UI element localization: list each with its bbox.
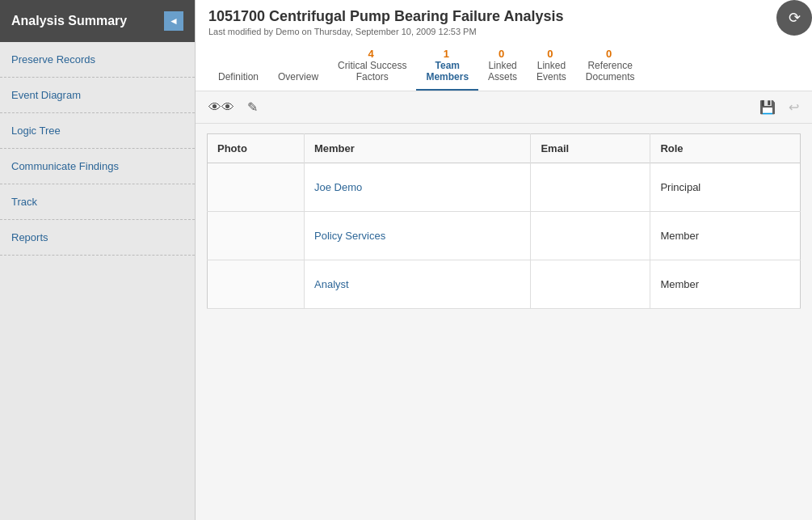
binoculars-button[interactable]: 👁👁 xyxy=(205,98,238,116)
page-subtitle: Last modified by Demo on Thursday, Septe… xyxy=(208,27,799,36)
tab-label-critical-success-factors: Critical Success xyxy=(338,60,406,71)
page-header: 1051700 Centrifugal Pump Bearing Failure… xyxy=(196,0,812,91)
main-content: 1051700 Centrifugal Pump Bearing Failure… xyxy=(196,0,812,520)
tab-badge-reference-documents: 0 xyxy=(606,48,612,60)
sidebar-item-logic-tree[interactable]: Logic Tree xyxy=(0,113,195,149)
cell-role-0: Principal xyxy=(650,163,801,212)
tab-badge-team-members: 1 xyxy=(444,48,449,60)
toolbar-right: 💾 ↩ xyxy=(756,98,802,116)
sidebar-collapse-button[interactable]: ◄ xyxy=(164,11,183,31)
table-row: AnalystMember xyxy=(208,260,801,309)
tab-label-definition: Definition xyxy=(218,71,259,82)
cell-email-0 xyxy=(531,163,650,212)
sidebar-item-event-diagram[interactable]: Event Diagram xyxy=(0,78,195,113)
table-header-row: PhotoMemberEmailRole xyxy=(208,134,801,163)
tab-critical-success-factors[interactable]: 4Critical SuccessFactors xyxy=(328,43,416,91)
column-header-photo: Photo xyxy=(208,134,305,163)
column-header-member: Member xyxy=(305,134,531,163)
tab-label-linked-assets: Assets xyxy=(488,71,517,82)
sidebar-nav: Preserve RecordsEvent DiagramLogic TreeC… xyxy=(0,42,195,256)
tab-linked-assets[interactable]: 0LinkedAssets xyxy=(478,43,527,91)
tab-badge-critical-success-factors: 4 xyxy=(368,48,374,60)
sidebar: Analysis Summary ◄ Preserve RecordsEvent… xyxy=(0,0,196,520)
sidebar-header: Analysis Summary ◄ xyxy=(0,0,195,42)
tab-label-reference-documents: Reference xyxy=(586,60,635,71)
column-header-role: Role xyxy=(650,134,801,163)
tab-label-linked-events: Events xyxy=(536,71,566,82)
sidebar-item-track[interactable]: Track xyxy=(0,184,195,220)
cell-member-2[interactable]: Analyst xyxy=(305,260,531,309)
tab-label-overview: Overview xyxy=(278,71,318,82)
cell-role-2: Member xyxy=(650,260,801,309)
toolbar: 👁👁 ✎ 💾 ↩ xyxy=(196,91,812,124)
table-row: Joe DemoPrincipal xyxy=(208,163,801,212)
cell-photo-2 xyxy=(208,260,305,309)
tab-team-members[interactable]: 1TeamMembers xyxy=(416,43,478,91)
tab-linked-events[interactable]: 0LinkedEvents xyxy=(527,43,576,91)
tab-label-team-members: Team xyxy=(426,60,469,71)
table-row: Policy ServicesMember xyxy=(208,212,801,260)
team-members-table-container: PhotoMemberEmailRole Joe DemoPrincipalPo… xyxy=(196,124,812,520)
column-header-email: Email xyxy=(531,134,650,163)
page-title: 1051700 Centrifugal Pump Bearing Failure… xyxy=(208,8,799,25)
tab-label-linked-events: Linked xyxy=(536,60,566,71)
cell-member-0[interactable]: Joe Demo xyxy=(305,163,531,212)
tab-label-reference-documents: Documents xyxy=(586,71,635,82)
save-button[interactable]: 💾 xyxy=(756,98,779,116)
sidebar-item-reports[interactable]: Reports xyxy=(0,220,195,256)
cell-email-2 xyxy=(531,260,650,309)
cell-member-1[interactable]: Policy Services xyxy=(305,212,531,260)
cell-photo-1 xyxy=(208,212,305,260)
tab-badge-linked-events: 0 xyxy=(547,48,553,60)
cell-email-1 xyxy=(531,212,650,260)
sidebar-item-communicate-findings[interactable]: Communicate Findings xyxy=(0,149,195,184)
team-members-table: PhotoMemberEmailRole Joe DemoPrincipalPo… xyxy=(207,133,801,309)
cell-photo-0 xyxy=(208,163,305,212)
undo-button[interactable]: ↩ xyxy=(785,98,802,116)
tab-reference-documents[interactable]: 0ReferenceDocuments xyxy=(576,43,645,91)
toolbar-left: 👁👁 ✎ xyxy=(205,98,261,116)
sidebar-title: Analysis Summary xyxy=(11,14,127,28)
top-right-action-button[interactable]: ⟳ xyxy=(776,0,812,36)
tab-label-team-members: Members xyxy=(426,71,469,82)
tab-label-linked-assets: Linked xyxy=(488,60,517,71)
tab-overview[interactable]: Overview xyxy=(268,66,328,91)
tab-label-critical-success-factors: Factors xyxy=(338,71,406,82)
edit-button[interactable]: ✎ xyxy=(244,98,261,116)
tab-definition[interactable]: Definition xyxy=(208,66,268,91)
tab-bar: DefinitionOverview4Critical SuccessFacto… xyxy=(208,43,799,91)
sidebar-item-preserve-records[interactable]: Preserve Records xyxy=(0,42,195,78)
cell-role-1: Member xyxy=(650,212,801,260)
content-area: 👁👁 ✎ 💾 ↩ PhotoMemberEmailRole Joe DemoPr… xyxy=(196,91,812,520)
tab-badge-linked-assets: 0 xyxy=(499,48,504,60)
